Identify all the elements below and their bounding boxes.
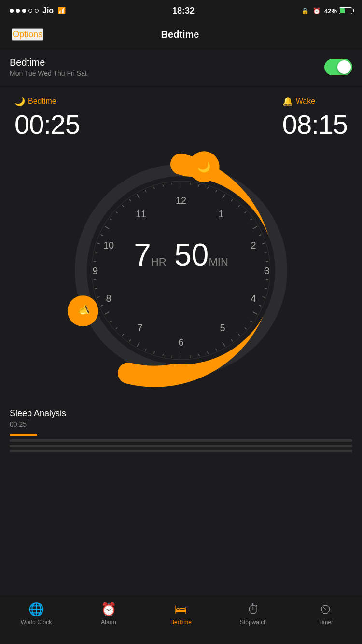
status-left: Jio 📶 (10, 6, 66, 15)
dot-5 (35, 9, 39, 13)
status-bar: Jio 📶 18:32 🔒 ⏰ 42% (0, 0, 362, 21)
svg-line-38 (190, 355, 191, 358)
bedtime-toggle-days: Mon Tue Wed Thu Fri Sat (10, 70, 87, 77)
svg-text:9: 9 (92, 266, 97, 276)
bedtime-toggle-title: Bedtime (10, 57, 87, 68)
svg-text:5: 5 (220, 322, 225, 333)
bedtime-toggle-info: Bedtime Mon Tue Wed Thu Fri Sat (10, 57, 87, 77)
clock-wrapper[interactable]: 12 1 2 3 4 5 6 7 8 9 10 11 7HR 50MIN (60, 150, 302, 391)
options-button[interactable]: Options (12, 28, 43, 41)
dot-1 (10, 9, 14, 13)
svg-line-40 (163, 354, 163, 356)
dot-4 (28, 9, 32, 13)
battery: 42% (324, 7, 352, 14)
tab-timer-label: Timer (319, 619, 333, 626)
svg-text:4: 4 (251, 293, 256, 304)
wake-label: 🔔 Wake (282, 96, 348, 107)
svg-text:11: 11 (136, 209, 146, 219)
main-content: Bedtime Mon Tue Wed Thu Fri Sat 🌙 Bedtim… (0, 48, 362, 597)
lock-icon: 🔒 (301, 7, 309, 14)
svg-line-61 (163, 184, 163, 187)
sleep-bar-2 (10, 445, 352, 447)
bedtime-toggle-section: Bedtime Mon Tue Wed Thu Fri Sat (0, 48, 362, 86)
battery-fill (340, 8, 345, 13)
tab-world-clock-label: World Clock (21, 619, 52, 626)
svg-line-16 (199, 184, 199, 187)
alarm-tab-icon: ⏰ (101, 602, 116, 617)
sleep-bar-1 (10, 439, 352, 442)
svg-line-62 (172, 183, 172, 185)
svg-text:7: 7 (137, 322, 142, 333)
tab-bedtime-label: Bedtime (170, 619, 192, 626)
timer-tab-icon: ⏲ (320, 602, 332, 617)
wake-value: 08:15 (282, 109, 348, 140)
bedtime-tab-icon: 🛏 (175, 602, 187, 617)
sleep-analysis-title: Sleep Analysis (10, 408, 352, 419)
svg-line-25 (265, 252, 267, 252)
clock-area: 12 1 2 3 4 5 6 7 8 9 10 11 7HR 50MIN (0, 145, 362, 401)
svg-line-49 (95, 288, 97, 289)
time-display: 🌙 Bedtime 00:25 🔔 Wake 08:15 (0, 86, 362, 145)
svg-line-27 (266, 280, 268, 280)
bedtime-time-block[interactable]: 🌙 Bedtime 00:25 (14, 96, 80, 140)
tab-alarm-label: Alarm (101, 619, 116, 626)
svg-line-15 (190, 183, 191, 185)
tab-bar: 🌐 World Clock ⏰ Alarm 🛏 Bedtime ⏱ Stopwa… (0, 597, 362, 644)
status-right: 🔒 ⏰ 42% (301, 7, 352, 14)
svg-text:12: 12 (176, 195, 186, 206)
signal-dots (10, 9, 39, 13)
svg-text:2: 2 (251, 240, 256, 251)
tab-alarm[interactable]: ⏰ Alarm (72, 602, 145, 626)
toggle-knob (337, 60, 351, 74)
stopwatch-tab-icon: ⏱ (247, 602, 260, 617)
svg-line-37 (199, 354, 199, 356)
battery-box (339, 7, 352, 14)
carrier-label: Jio (42, 6, 54, 15)
svg-text:8: 8 (106, 293, 111, 304)
sleep-bars (10, 434, 352, 452)
alarm-icon: ⏰ (313, 7, 320, 14)
bell-icon: 🔔 (282, 96, 293, 107)
sleep-bar-filled (10, 434, 37, 436)
svg-text:1: 1 (218, 209, 223, 219)
world-clock-icon: 🌐 (28, 602, 44, 617)
sleep-bar-3 (10, 450, 352, 452)
tab-timer[interactable]: ⏲ Timer (290, 602, 362, 626)
svg-text:6: 6 (178, 337, 183, 348)
svg-line-28 (265, 288, 267, 289)
wifi-icon: 📶 (57, 7, 66, 14)
svg-line-50 (94, 280, 96, 280)
svg-line-39 (172, 355, 172, 358)
tab-bedtime[interactable]: 🛏 Bedtime (145, 602, 217, 626)
moon-icon: 🌙 (14, 96, 25, 107)
dot-2 (16, 9, 20, 13)
bedtime-toggle-switch[interactable] (324, 59, 352, 75)
tab-stopwatch[interactable]: ⏱ Stopwatch (217, 602, 290, 626)
svg-line-52 (95, 252, 97, 252)
svg-text:3: 3 (264, 266, 269, 276)
wake-time-block[interactable]: 🔔 Wake 08:15 (282, 96, 348, 140)
bedtime-label: 🌙 Bedtime (14, 96, 80, 107)
svg-line-26 (266, 261, 268, 262)
tab-world-clock[interactable]: 🌐 World Clock (0, 602, 72, 626)
nav-bar: Options Bedtime (0, 21, 362, 48)
tab-stopwatch-label: Stopwatch (240, 619, 267, 626)
page-title: Bedtime (161, 29, 199, 40)
svg-text:10: 10 (103, 240, 114, 251)
bedtime-value: 00:25 (14, 109, 80, 140)
sleep-analysis-time: 00:25 (10, 420, 352, 428)
battery-percent: 42% (324, 7, 337, 14)
svg-line-51 (94, 261, 96, 262)
sleep-analysis: Sleep Analysis 00:25 (0, 401, 362, 597)
clock-svg: 12 1 2 3 4 5 6 7 8 9 10 11 7HR 50MIN (60, 150, 302, 391)
status-time: 18:32 (172, 6, 195, 16)
dot-3 (22, 9, 26, 13)
